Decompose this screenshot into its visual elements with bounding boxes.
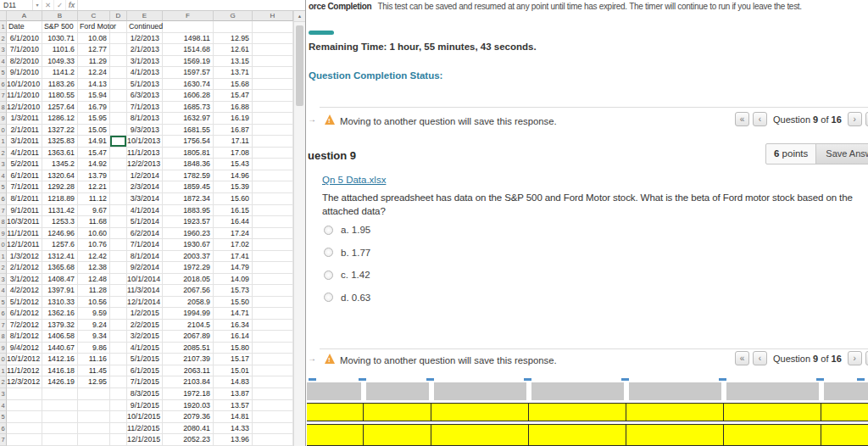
cell-F8[interactable]: 1685.73	[163, 102, 214, 114]
row-number[interactable]: 4	[0, 285, 7, 297]
row-number[interactable]: 6	[0, 79, 7, 91]
row-number[interactable]: 2	[0, 376, 7, 388]
cell-C12[interactable]: 15.47	[78, 148, 110, 159]
cell-C31[interactable]: 11.45	[78, 365, 110, 377]
cell-B35[interactable]	[42, 411, 78, 423]
cell-D28[interactable]	[110, 331, 127, 343]
cell-H17[interactable]	[253, 205, 293, 217]
cell-F9[interactable]: 1632.97	[163, 113, 214, 125]
row-number[interactable]: 1	[0, 21, 7, 33]
row-number[interactable]: 2	[0, 148, 7, 159]
cell-E8[interactable]: 7/1/2013	[127, 102, 163, 114]
cell-H24[interactable]	[253, 285, 293, 297]
cell-E33[interactable]: 8/3/2015	[127, 388, 163, 400]
row-number[interactable]: 6	[0, 308, 7, 320]
cell-B17[interactable]: 1131.42	[42, 205, 78, 217]
cell-A2[interactable]: 6/1/2010	[7, 33, 42, 45]
cell-B19[interactable]: 1246.96	[42, 228, 78, 240]
cell-H19[interactable]	[253, 228, 293, 240]
highlighted-row[interactable]	[307, 403, 868, 421]
cell-G34[interactable]: 13.57	[214, 400, 253, 412]
cell-G29[interactable]: 15.80	[214, 343, 253, 354]
cell-F31[interactable]: 2063.11	[163, 365, 214, 377]
cell-F12[interactable]: 1805.81	[163, 148, 214, 159]
cell-C9[interactable]: 15.95	[78, 113, 110, 125]
gray-cell[interactable]	[531, 382, 624, 400]
cell-B27[interactable]: 1379.32	[42, 320, 78, 332]
row-number[interactable]: 3	[0, 159, 7, 170]
cell-name-box[interactable]: D11	[0, 0, 32, 10]
cell-D30[interactable]	[110, 354, 127, 365]
cell-C4[interactable]: 11.29	[78, 56, 110, 68]
cell-H14[interactable]	[253, 170, 293, 182]
next-question-button[interactable]: ›	[848, 112, 862, 126]
row-number[interactable]: 9	[0, 228, 7, 240]
first-question-button[interactable]: «	[735, 112, 749, 126]
cell-H23[interactable]	[253, 274, 293, 286]
cell-G11[interactable]: 17.11	[214, 136, 253, 148]
cell-H12[interactable]	[253, 148, 293, 159]
previous-question-button[interactable]: ‹	[753, 351, 767, 365]
cell-F15[interactable]: 1859.45	[163, 181, 214, 193]
cell-A17[interactable]: 9/1/2011	[7, 205, 42, 217]
cell-F6[interactable]: 1630.74	[163, 79, 214, 91]
cell-C30[interactable]: 11.16	[78, 354, 110, 365]
row-number[interactable]: 7	[0, 434, 7, 446]
gray-cell[interactable]	[629, 382, 721, 400]
cell-D24[interactable]	[110, 285, 127, 297]
cell-E35[interactable]: 10/1/2015	[127, 411, 163, 423]
cell-F28[interactable]: 2067.89	[163, 331, 214, 343]
cell-E32[interactable]: 7/1/2015	[127, 376, 163, 388]
cell-C8[interactable]: 16.79	[78, 102, 110, 114]
cell-F16[interactable]: 1872.34	[163, 193, 214, 205]
cell-F29[interactable]: 2085.51	[163, 343, 214, 354]
cell-G9[interactable]: 16.19	[214, 113, 253, 125]
cell-G30[interactable]: 15.17	[214, 354, 253, 365]
row-number[interactable]: 4	[0, 400, 7, 412]
cell-D7[interactable]	[110, 90, 127, 102]
cell-G20[interactable]: 17.02	[214, 239, 253, 251]
cell-F21[interactable]: 2003.37	[163, 251, 214, 263]
gray-cell[interactable]	[824, 382, 868, 400]
cell-B14[interactable]: 1320.64	[42, 170, 78, 182]
cell-B34[interactable]	[42, 400, 78, 412]
cell-E37[interactable]: 12/1/2015	[127, 434, 163, 446]
cell-B30[interactable]: 1412.16	[42, 354, 78, 365]
cell-B24[interactable]: 1397.91	[42, 285, 78, 297]
cell-H22[interactable]	[253, 262, 293, 274]
cell-A32[interactable]: 12/3/2012	[7, 376, 42, 388]
cell-F36[interactable]: 2080.41	[163, 423, 214, 435]
cell-B7[interactable]: 1180.55	[42, 90, 78, 102]
cell-D5[interactable]	[110, 67, 127, 79]
row-number[interactable]: 1	[0, 136, 7, 148]
cell-G15[interactable]: 15.39	[214, 181, 253, 193]
row-number[interactable]: 8	[0, 331, 7, 343]
radio-button[interactable]	[324, 293, 333, 302]
cell-C25[interactable]: 10.56	[78, 297, 110, 309]
cell-A22[interactable]: 2/1/2012	[7, 262, 42, 274]
cell-C13[interactable]: 14.92	[78, 159, 110, 170]
cell-F1[interactable]	[163, 21, 214, 33]
cell-H33[interactable]	[253, 388, 293, 400]
cell-C3[interactable]: 12.77	[78, 44, 110, 56]
cell-E7[interactable]: 6/3/2013	[127, 90, 163, 102]
cell-G37[interactable]: 13.96	[214, 434, 253, 446]
cell-H7[interactable]	[253, 90, 293, 102]
cell-G28[interactable]: 16.14	[214, 331, 253, 343]
cell-E6[interactable]: 5/1/2013	[127, 79, 163, 91]
cell-E19[interactable]: 6/2/2014	[127, 228, 163, 240]
cell-B29[interactable]: 1440.67	[42, 343, 78, 354]
row-number[interactable]: 4	[0, 170, 7, 182]
cell-A31[interactable]: 11/1/2012	[7, 365, 42, 377]
cell-C14[interactable]: 13.79	[78, 170, 110, 182]
cell-F20[interactable]: 1930.67	[163, 239, 214, 251]
cell-F24[interactable]: 2067.56	[163, 285, 214, 297]
cell-H37[interactable]	[253, 434, 293, 446]
row-number[interactable]: 7	[0, 205, 7, 217]
row-number[interactable]: 0	[0, 125, 7, 137]
row-number[interactable]: 2	[0, 262, 7, 274]
gray-cell[interactable]	[726, 382, 819, 400]
cell-D26[interactable]	[110, 308, 127, 320]
cell-H1[interactable]	[253, 21, 293, 33]
cell-C26[interactable]: 9.59	[78, 308, 110, 320]
